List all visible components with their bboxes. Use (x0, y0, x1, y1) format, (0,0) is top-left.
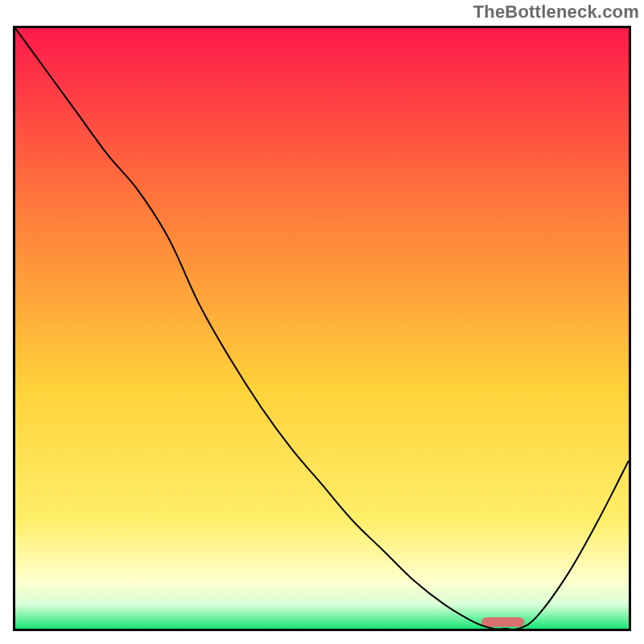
bottleneck-curve-chart (15, 28, 629, 629)
chart-frame (13, 26, 631, 631)
chart-background-gradient (15, 28, 629, 629)
watermark-text: TheBottleneck.com (473, 2, 639, 23)
optimum-marker (481, 617, 524, 627)
